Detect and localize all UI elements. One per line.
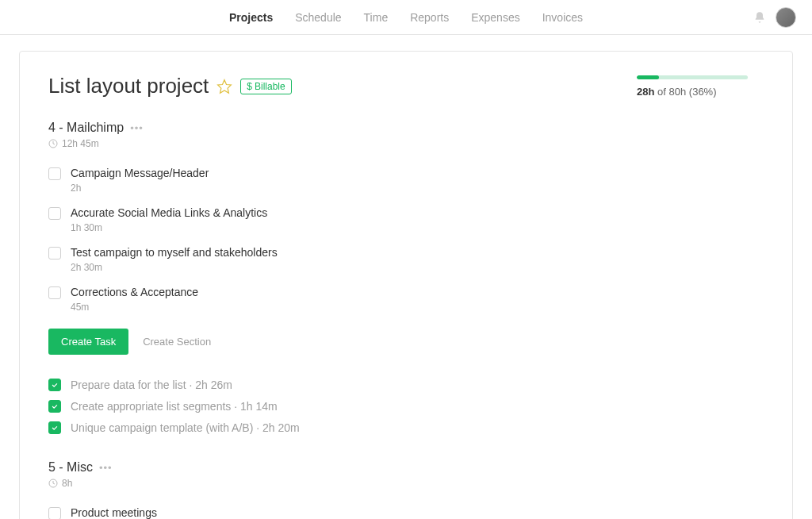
completed-task-row[interactable]: Prepare data for the list · 2h 26m [48,374,764,395]
task-duration: 45m [71,302,764,313]
section: 5 - Misc ••• 8h Product meetings [48,460,764,519]
create-task-button[interactable]: Create Task [48,329,128,355]
task-row[interactable]: Campaign Message/Header 2h [48,159,764,198]
section-header: 4 - Mailchimp ••• [48,121,764,135]
star-icon[interactable] [216,79,232,94]
task-checkbox[interactable] [48,507,61,519]
completed-task-row[interactable]: Create appropriate list segments · 1h 14… [48,395,764,417]
completed-task-row[interactable]: Unique campaign template (with A/B) · 2h… [48,417,764,438]
task-title: Corrections & Acceptance [71,286,764,298]
task-duration: 2h [71,183,764,194]
nav-schedule[interactable]: Schedule [295,2,341,33]
task-content: Product meetings [71,506,764,519]
section-duration: 8h [62,478,72,489]
main-container: List layout project $ Billable 28h of 80… [19,51,793,519]
task-duration: 1h 30m [71,222,764,233]
clock-icon [48,139,58,148]
task-title: Test campaign to myself and stakeholders [71,246,764,259]
avatar[interactable] [776,7,796,28]
task-title: Product meetings [71,506,764,519]
section-meta: 12h 45m [48,138,764,149]
completed-task-text: Unique campaign template (with A/B) · 2h… [71,421,300,434]
svg-marker-0 [218,79,232,93]
task-checkbox-checked[interactable] [48,379,61,391]
task-row[interactable]: Accurate Social Media Links & Analytics … [48,198,764,238]
clock-icon [48,479,58,488]
nav-projects[interactable]: Projects [229,2,273,33]
progress-fill [637,75,659,79]
notification-icon[interactable] [753,11,766,24]
task-row[interactable]: Product meetings [48,498,764,519]
billable-label: Billable [255,81,285,92]
task-checkbox-checked[interactable] [48,400,61,413]
progress-spent: 28h [637,86,654,98]
create-section-link[interactable]: Create Section [143,336,211,348]
section-title[interactable]: 5 - Misc [48,460,93,475]
section-meta: 8h [48,478,764,489]
task-checkbox-checked[interactable] [48,421,61,434]
nav-time[interactable]: Time [364,2,389,33]
action-row: Create Task Create Section [48,329,764,355]
task-row[interactable]: Corrections & Acceptance 45m [48,278,764,317]
progress-section: 28h of 80h (36%) [637,75,764,98]
task-title: Accurate Social Media Links & Analytics [71,206,764,219]
progress-bar [637,75,748,79]
more-icon[interactable]: ••• [99,462,113,474]
nav-right [753,7,796,28]
completed-task-text: Prepare data for the list · 2h 26m [71,379,232,391]
nav-expenses[interactable]: Expenses [471,2,519,33]
section: 4 - Mailchimp ••• 12h 45m Campaign Messa… [48,121,764,438]
task-checkbox[interactable] [48,167,61,180]
task-title: Campaign Message/Header [71,167,764,179]
task-checkbox[interactable] [48,286,61,299]
progress-text: 28h of 80h (36%) [637,86,764,98]
nav-items: Projects Schedule Time Reports Expenses … [229,2,583,33]
nav-invoices[interactable]: Invoices [542,2,583,33]
top-nav: Projects Schedule Time Reports Expenses … [0,0,812,35]
task-checkbox[interactable] [48,247,61,260]
progress-of: of [657,86,666,98]
project-title-row: List layout project $ Billable [48,74,292,98]
nav-reports[interactable]: Reports [410,2,449,33]
task-content: Accurate Social Media Links & Analytics … [71,206,764,233]
task-content: Corrections & Acceptance 45m [71,286,764,313]
task-row[interactable]: Test campaign to myself and stakeholders… [48,238,764,278]
task-duration: 2h 30m [71,262,764,273]
progress-percent: (36%) [689,86,717,98]
more-icon[interactable]: ••• [130,122,144,134]
task-content: Campaign Message/Header 2h [71,167,764,194]
section-header: 5 - Misc ••• [48,460,764,475]
project-header: List layout project $ Billable 28h of 80… [48,74,764,98]
section-title[interactable]: 4 - Mailchimp [48,121,124,135]
page-title: List layout project [48,74,209,98]
billable-badge: $ Billable [240,79,291,94]
progress-total: 80h [669,86,687,98]
task-content: Test campaign to myself and stakeholders… [71,246,764,273]
completed-task-text: Create appropriate list segments · 1h 14… [71,400,278,413]
task-checkbox[interactable] [48,207,61,220]
dollar-icon: $ [247,81,252,92]
section-duration: 12h 45m [62,138,99,149]
